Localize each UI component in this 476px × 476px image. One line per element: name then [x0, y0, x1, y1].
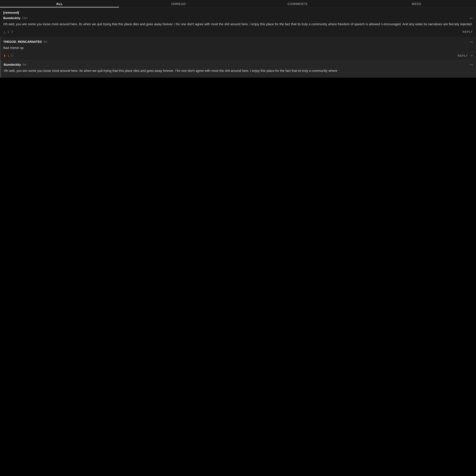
main-vote-count: 1	[7, 30, 9, 34]
reply-comment-votes: 1	[3, 54, 13, 58]
reply-reply-button[interactable]: REPLY	[458, 54, 468, 57]
reply-comment-username: THEGOD_REINCARNATED	[3, 40, 42, 44]
main-upvote-button[interactable]	[3, 30, 6, 34]
reply-comment-header: THEGOD_REINCARNATED 9m	[3, 40, 473, 44]
nested-comment-body: Oh well, you win some you loose most aro…	[4, 68, 473, 73]
tab-messages[interactable]: MESS	[357, 0, 476, 7]
comments-feed: [removed] Bumdeckity 12m Oh well, you wi…	[0, 8, 476, 78]
main-reply-button[interactable]: REPLY	[462, 30, 473, 34]
reply-upvote-button[interactable]	[3, 54, 6, 58]
nested-comment-meta: Bumdeckity 5m	[4, 63, 26, 67]
reply-vote-count: 1	[8, 54, 9, 58]
main-comment-username: Bumdeckity	[3, 16, 20, 20]
nested-comment-more-options[interactable]	[470, 63, 473, 67]
reply-actions-right: REPLY	[458, 54, 473, 58]
main-comment-votes: 1	[3, 30, 13, 34]
nested-reply-card: Bumdeckity 5m Oh well, you win some you …	[1, 60, 476, 78]
reply-downvote-button[interactable]	[11, 54, 13, 58]
nested-comment-timestamp: 5m	[22, 63, 26, 66]
reply-edit-button[interactable]	[471, 54, 473, 58]
main-comment-timestamp: 12m	[22, 17, 27, 20]
tab-comments[interactable]: COMMENTS	[238, 0, 357, 7]
reply-comment-timestamp: 9m	[43, 40, 47, 43]
tab-bar: ALL UNREAD COMMENTS MESS	[0, 0, 476, 8]
main-comment-card: [removed] Bumdeckity 12m Oh well, you wi…	[0, 8, 476, 37]
reply-section: THEGOD_REINCARNATED 9m Bad meme op 1 REP…	[0, 37, 476, 78]
main-comment-actions: 1 REPLY	[3, 29, 473, 35]
nested-reply-section: Bumdeckity 5m Oh well, you win some you …	[0, 60, 476, 78]
tab-all[interactable]: ALL	[0, 0, 119, 7]
reply-comment-meta: THEGOD_REINCARNATED 9m	[3, 40, 47, 44]
reply-comment-more-options[interactable]	[470, 40, 473, 44]
reply-comment-card: THEGOD_REINCARNATED 9m Bad meme op 1 REP…	[0, 37, 476, 60]
removed-label: [removed]	[3, 11, 473, 15]
reply-comment-body: Bad meme op	[3, 45, 473, 50]
reply-comment-actions: 1 REPLY	[3, 53, 473, 58]
nested-comment-header: Bumdeckity 5m	[4, 63, 473, 67]
main-comment-meta: Bumdeckity 12m	[3, 16, 27, 20]
main-downvote-button[interactable]	[11, 30, 13, 34]
nested-comment-username: Bumdeckity	[4, 63, 21, 67]
main-comment-body: Oh well, you win some you loose most aro…	[3, 22, 473, 27]
main-comment-more-options[interactable]	[469, 16, 473, 20]
main-comment-header: Bumdeckity 12m	[3, 16, 473, 20]
tab-unread[interactable]: UNREAD	[119, 0, 238, 7]
